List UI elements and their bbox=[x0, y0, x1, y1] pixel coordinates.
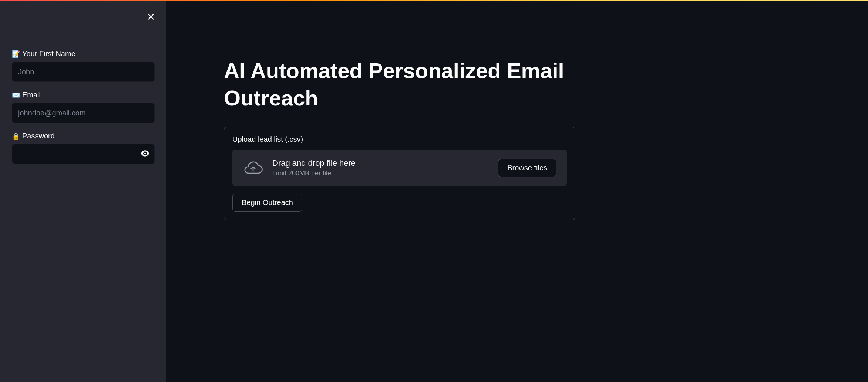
email-label: ✉️ Email bbox=[12, 91, 155, 99]
dropzone-limit-text: Limit 200MB per file bbox=[272, 170, 489, 177]
memo-icon: 📝 bbox=[12, 50, 20, 58]
app-root: 📝 Your First Name ✉️ Email 🔒 Password bbox=[0, 1, 868, 382]
sidebar: 📝 Your First Name ✉️ Email 🔒 Password bbox=[0, 1, 166, 382]
email-input[interactable] bbox=[12, 103, 155, 123]
first-name-label: 📝 Your First Name bbox=[12, 50, 155, 58]
lock-icon: 🔒 bbox=[12, 132, 20, 140]
upload-label: Upload lead list (.csv) bbox=[232, 135, 567, 144]
dropzone-main-text: Drag and drop file here bbox=[272, 158, 489, 168]
first-name-label-text: Your First Name bbox=[22, 50, 75, 58]
toggle-password-visibility-button[interactable] bbox=[140, 148, 150, 160]
dropzone-text: Drag and drop file here Limit 200MB per … bbox=[272, 158, 489, 177]
begin-outreach-button[interactable]: Begin Outreach bbox=[232, 194, 302, 212]
email-label-text: Email bbox=[22, 91, 41, 99]
first-name-input[interactable] bbox=[12, 62, 155, 82]
close-sidebar-button[interactable] bbox=[144, 10, 158, 24]
browse-files-button[interactable]: Browse files bbox=[498, 159, 556, 177]
svg-point-2 bbox=[144, 153, 146, 154]
upload-card: Upload lead list (.csv) Drag and drop fi… bbox=[224, 127, 575, 220]
password-label-text: Password bbox=[22, 132, 55, 140]
page-title: AI Automated Personalized Email Outreach bbox=[224, 57, 575, 112]
eye-icon bbox=[140, 148, 150, 160]
main-content: AI Automated Personalized Email Outreach… bbox=[166, 1, 868, 382]
email-field: ✉️ Email bbox=[12, 91, 155, 123]
close-icon bbox=[147, 13, 155, 22]
first-name-field: 📝 Your First Name bbox=[12, 50, 155, 82]
password-input[interactable] bbox=[12, 144, 155, 164]
password-label: 🔒 Password bbox=[12, 132, 155, 140]
file-dropzone[interactable]: Drag and drop file here Limit 200MB per … bbox=[232, 150, 567, 186]
cloud-upload-icon bbox=[243, 160, 263, 176]
envelope-icon: ✉️ bbox=[12, 91, 20, 99]
password-field: 🔒 Password bbox=[12, 132, 155, 164]
